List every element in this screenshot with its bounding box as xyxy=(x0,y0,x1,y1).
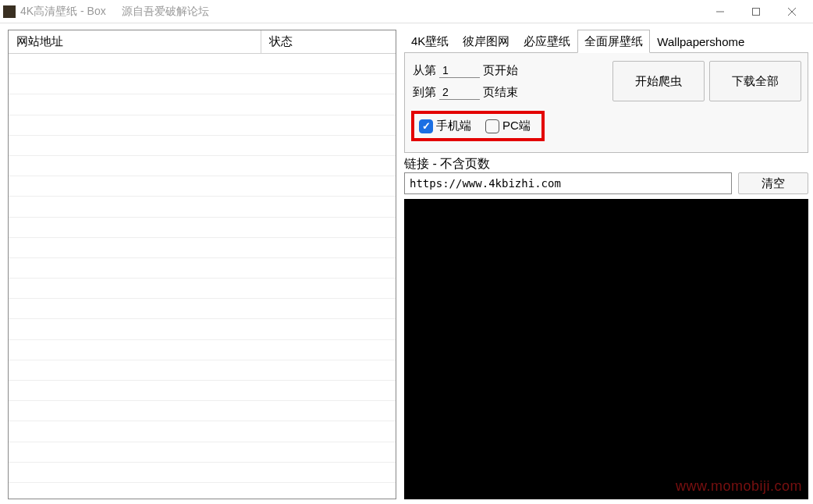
table-row[interactable] xyxy=(9,176,396,197)
tab-1[interactable]: 彼岸图网 xyxy=(456,30,517,53)
table-row[interactable] xyxy=(9,115,396,136)
start-crawl-button[interactable]: 开始爬虫 xyxy=(612,61,705,101)
table-row[interactable] xyxy=(9,421,396,442)
clear-button[interactable]: 清空 xyxy=(738,172,808,194)
mobile-label: 手机端 xyxy=(436,119,471,133)
svg-rect-1 xyxy=(753,8,760,15)
table-row[interactable] xyxy=(9,463,396,483)
table-row[interactable] xyxy=(9,136,396,156)
table-row[interactable] xyxy=(9,74,396,94)
table-row[interactable] xyxy=(9,319,396,339)
from-suffix: 页开始 xyxy=(483,63,518,78)
minimize-button[interactable] xyxy=(702,0,738,23)
watermark-text: www.momobiji.com xyxy=(676,478,802,495)
app-icon xyxy=(3,5,16,18)
titlebar: 4K高清壁纸 - Box 源自吾爱破解论坛 xyxy=(0,0,813,23)
window-title: 4K高清壁纸 - Box xyxy=(20,5,106,19)
results-table[interactable]: 网站地址 状态 xyxy=(8,30,396,499)
table-row[interactable] xyxy=(9,340,396,360)
link-section-label: 链接 - 不含页数 xyxy=(404,156,808,172)
tab-4[interactable]: Wallpapershome xyxy=(650,30,751,53)
table-row[interactable] xyxy=(9,360,396,381)
highlight-annotation: 手机端 PC端 xyxy=(411,111,545,141)
table-row[interactable] xyxy=(9,381,396,401)
tab-strip: 4K壁纸彼岸图网必应壁纸全面屏壁纸Wallpapershome xyxy=(404,30,808,53)
tab-panel: 从第 页开始 到第 页结束 开始爬虫 下载全部 xyxy=(404,52,808,153)
table-row[interactable] xyxy=(9,94,396,115)
to-page-input[interactable] xyxy=(439,84,480,100)
table-row[interactable] xyxy=(9,54,396,74)
maximize-button[interactable] xyxy=(738,0,774,23)
from-page-input[interactable] xyxy=(439,62,480,78)
tab-3[interactable]: 全面屏壁纸 xyxy=(577,30,650,53)
download-all-button[interactable]: 下载全部 xyxy=(709,61,801,101)
from-prefix: 从第 xyxy=(413,63,436,78)
table-row[interactable] xyxy=(9,299,396,319)
table-row[interactable] xyxy=(9,238,396,258)
table-header-url[interactable]: 网站地址 xyxy=(9,30,261,53)
table-row[interactable] xyxy=(9,218,396,238)
table-row[interactable] xyxy=(9,442,396,463)
checkbox-icon xyxy=(419,119,433,133)
preview-area: www.momobiji.com xyxy=(404,199,808,499)
table-row[interactable] xyxy=(9,401,396,421)
table-row[interactable] xyxy=(9,197,396,217)
tab-2[interactable]: 必应壁纸 xyxy=(517,30,577,53)
close-button[interactable] xyxy=(774,0,810,23)
to-prefix: 到第 xyxy=(413,85,436,100)
pc-checkbox[interactable]: PC端 xyxy=(485,119,531,133)
url-input[interactable] xyxy=(404,172,732,194)
table-header-status[interactable]: 状态 xyxy=(261,30,396,53)
tab-0[interactable]: 4K壁纸 xyxy=(404,30,456,53)
pc-label: PC端 xyxy=(502,119,531,133)
table-row[interactable] xyxy=(9,279,396,299)
window-subtitle: 源自吾爱破解论坛 xyxy=(122,5,209,19)
table-row[interactable] xyxy=(9,258,396,279)
table-row[interactable] xyxy=(9,156,396,176)
checkbox-icon xyxy=(485,119,499,133)
mobile-checkbox[interactable]: 手机端 xyxy=(419,119,471,133)
to-suffix: 页结束 xyxy=(483,85,518,100)
